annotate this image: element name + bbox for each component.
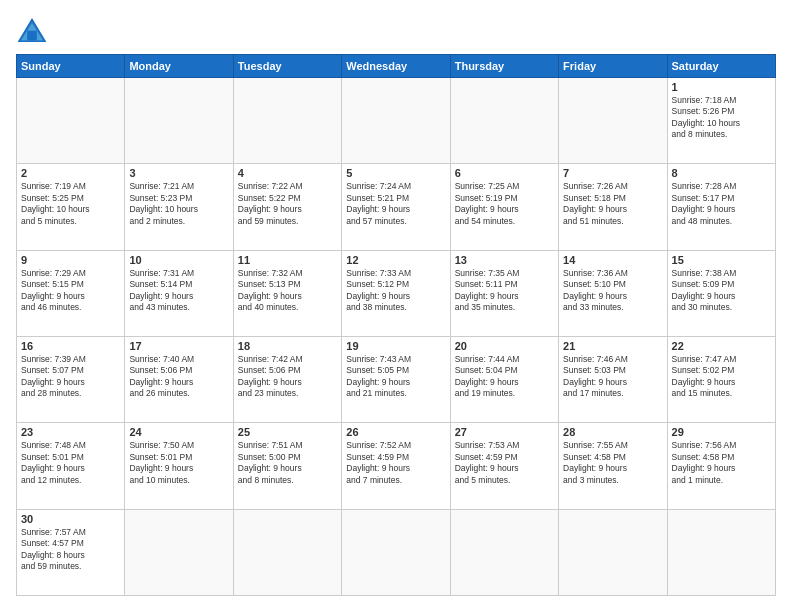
- calendar-week-2: 2Sunrise: 7:19 AM Sunset: 5:25 PM Daylig…: [17, 164, 776, 250]
- day-number: 27: [455, 426, 554, 438]
- day-number: 10: [129, 254, 228, 266]
- calendar-cell: 22Sunrise: 7:47 AM Sunset: 5:02 PM Dayli…: [667, 336, 775, 422]
- day-info: Sunrise: 7:43 AM Sunset: 5:05 PM Dayligh…: [346, 354, 445, 400]
- calendar-week-6: 30Sunrise: 7:57 AM Sunset: 4:57 PM Dayli…: [17, 509, 776, 595]
- header-saturday: Saturday: [667, 55, 775, 78]
- day-number: 3: [129, 167, 228, 179]
- day-number: 18: [238, 340, 337, 352]
- day-info: Sunrise: 7:55 AM Sunset: 4:58 PM Dayligh…: [563, 440, 662, 486]
- day-number: 13: [455, 254, 554, 266]
- svg-rect-2: [27, 31, 37, 41]
- day-info: Sunrise: 7:39 AM Sunset: 5:07 PM Dayligh…: [21, 354, 120, 400]
- calendar-cell: 9Sunrise: 7:29 AM Sunset: 5:15 PM Daylig…: [17, 250, 125, 336]
- calendar-cell: 16Sunrise: 7:39 AM Sunset: 5:07 PM Dayli…: [17, 336, 125, 422]
- logo-icon: [16, 16, 48, 44]
- calendar-cell: 8Sunrise: 7:28 AM Sunset: 5:17 PM Daylig…: [667, 164, 775, 250]
- calendar-cell: 2Sunrise: 7:19 AM Sunset: 5:25 PM Daylig…: [17, 164, 125, 250]
- day-number: 29: [672, 426, 771, 438]
- calendar-cell: 28Sunrise: 7:55 AM Sunset: 4:58 PM Dayli…: [559, 423, 667, 509]
- day-info: Sunrise: 7:46 AM Sunset: 5:03 PM Dayligh…: [563, 354, 662, 400]
- day-number: 28: [563, 426, 662, 438]
- calendar-cell: 23Sunrise: 7:48 AM Sunset: 5:01 PM Dayli…: [17, 423, 125, 509]
- calendar-cell: [125, 509, 233, 595]
- calendar-cell: 27Sunrise: 7:53 AM Sunset: 4:59 PM Dayli…: [450, 423, 558, 509]
- calendar-cell: [233, 78, 341, 164]
- calendar-cell: 14Sunrise: 7:36 AM Sunset: 5:10 PM Dayli…: [559, 250, 667, 336]
- header-sunday: Sunday: [17, 55, 125, 78]
- day-number: 12: [346, 254, 445, 266]
- day-info: Sunrise: 7:42 AM Sunset: 5:06 PM Dayligh…: [238, 354, 337, 400]
- day-info: Sunrise: 7:33 AM Sunset: 5:12 PM Dayligh…: [346, 268, 445, 314]
- day-number: 1: [672, 81, 771, 93]
- calendar-cell: [342, 78, 450, 164]
- calendar-week-5: 23Sunrise: 7:48 AM Sunset: 5:01 PM Dayli…: [17, 423, 776, 509]
- day-info: Sunrise: 7:44 AM Sunset: 5:04 PM Dayligh…: [455, 354, 554, 400]
- day-number: 24: [129, 426, 228, 438]
- calendar-cell: [450, 78, 558, 164]
- calendar-cell: 7Sunrise: 7:26 AM Sunset: 5:18 PM Daylig…: [559, 164, 667, 250]
- header-tuesday: Tuesday: [233, 55, 341, 78]
- day-number: 21: [563, 340, 662, 352]
- day-info: Sunrise: 7:48 AM Sunset: 5:01 PM Dayligh…: [21, 440, 120, 486]
- day-info: Sunrise: 7:56 AM Sunset: 4:58 PM Dayligh…: [672, 440, 771, 486]
- day-info: Sunrise: 7:47 AM Sunset: 5:02 PM Dayligh…: [672, 354, 771, 400]
- day-number: 17: [129, 340, 228, 352]
- day-info: Sunrise: 7:31 AM Sunset: 5:14 PM Dayligh…: [129, 268, 228, 314]
- calendar-cell: [125, 78, 233, 164]
- days-header-row: Sunday Monday Tuesday Wednesday Thursday…: [17, 55, 776, 78]
- calendar-cell: 3Sunrise: 7:21 AM Sunset: 5:23 PM Daylig…: [125, 164, 233, 250]
- header: [16, 16, 776, 44]
- calendar-table: Sunday Monday Tuesday Wednesday Thursday…: [16, 54, 776, 596]
- calendar-cell: 10Sunrise: 7:31 AM Sunset: 5:14 PM Dayli…: [125, 250, 233, 336]
- calendar-cell: 20Sunrise: 7:44 AM Sunset: 5:04 PM Dayli…: [450, 336, 558, 422]
- day-number: 20: [455, 340, 554, 352]
- calendar-cell: 29Sunrise: 7:56 AM Sunset: 4:58 PM Dayli…: [667, 423, 775, 509]
- day-info: Sunrise: 7:19 AM Sunset: 5:25 PM Dayligh…: [21, 181, 120, 227]
- day-info: Sunrise: 7:36 AM Sunset: 5:10 PM Dayligh…: [563, 268, 662, 314]
- calendar-cell: 24Sunrise: 7:50 AM Sunset: 5:01 PM Dayli…: [125, 423, 233, 509]
- day-number: 9: [21, 254, 120, 266]
- calendar-cell: 18Sunrise: 7:42 AM Sunset: 5:06 PM Dayli…: [233, 336, 341, 422]
- calendar-cell: 21Sunrise: 7:46 AM Sunset: 5:03 PM Dayli…: [559, 336, 667, 422]
- day-number: 11: [238, 254, 337, 266]
- day-info: Sunrise: 7:18 AM Sunset: 5:26 PM Dayligh…: [672, 95, 771, 141]
- calendar-cell: 4Sunrise: 7:22 AM Sunset: 5:22 PM Daylig…: [233, 164, 341, 250]
- day-number: 23: [21, 426, 120, 438]
- day-info: Sunrise: 7:40 AM Sunset: 5:06 PM Dayligh…: [129, 354, 228, 400]
- day-info: Sunrise: 7:52 AM Sunset: 4:59 PM Dayligh…: [346, 440, 445, 486]
- day-number: 7: [563, 167, 662, 179]
- day-number: 19: [346, 340, 445, 352]
- calendar-cell: [342, 509, 450, 595]
- calendar-cell: 12Sunrise: 7:33 AM Sunset: 5:12 PM Dayli…: [342, 250, 450, 336]
- header-wednesday: Wednesday: [342, 55, 450, 78]
- day-number: 16: [21, 340, 120, 352]
- calendar-cell: 13Sunrise: 7:35 AM Sunset: 5:11 PM Dayli…: [450, 250, 558, 336]
- calendar-cell: 30Sunrise: 7:57 AM Sunset: 4:57 PM Dayli…: [17, 509, 125, 595]
- day-info: Sunrise: 7:32 AM Sunset: 5:13 PM Dayligh…: [238, 268, 337, 314]
- calendar-cell: 11Sunrise: 7:32 AM Sunset: 5:13 PM Dayli…: [233, 250, 341, 336]
- calendar-cell: [233, 509, 341, 595]
- day-info: Sunrise: 7:57 AM Sunset: 4:57 PM Dayligh…: [21, 527, 120, 573]
- day-number: 8: [672, 167, 771, 179]
- day-info: Sunrise: 7:51 AM Sunset: 5:00 PM Dayligh…: [238, 440, 337, 486]
- calendar-cell: [17, 78, 125, 164]
- header-monday: Monday: [125, 55, 233, 78]
- day-number: 5: [346, 167, 445, 179]
- logo: [16, 16, 52, 44]
- day-number: 2: [21, 167, 120, 179]
- day-info: Sunrise: 7:21 AM Sunset: 5:23 PM Dayligh…: [129, 181, 228, 227]
- calendar-cell: 19Sunrise: 7:43 AM Sunset: 5:05 PM Dayli…: [342, 336, 450, 422]
- calendar-cell: 25Sunrise: 7:51 AM Sunset: 5:00 PM Dayli…: [233, 423, 341, 509]
- day-info: Sunrise: 7:25 AM Sunset: 5:19 PM Dayligh…: [455, 181, 554, 227]
- day-number: 26: [346, 426, 445, 438]
- day-number: 30: [21, 513, 120, 525]
- header-thursday: Thursday: [450, 55, 558, 78]
- day-number: 4: [238, 167, 337, 179]
- calendar-cell: 17Sunrise: 7:40 AM Sunset: 5:06 PM Dayli…: [125, 336, 233, 422]
- page: Sunday Monday Tuesday Wednesday Thursday…: [0, 0, 792, 612]
- day-number: 6: [455, 167, 554, 179]
- day-number: 25: [238, 426, 337, 438]
- calendar-cell: 26Sunrise: 7:52 AM Sunset: 4:59 PM Dayli…: [342, 423, 450, 509]
- day-info: Sunrise: 7:29 AM Sunset: 5:15 PM Dayligh…: [21, 268, 120, 314]
- calendar-cell: 5Sunrise: 7:24 AM Sunset: 5:21 PM Daylig…: [342, 164, 450, 250]
